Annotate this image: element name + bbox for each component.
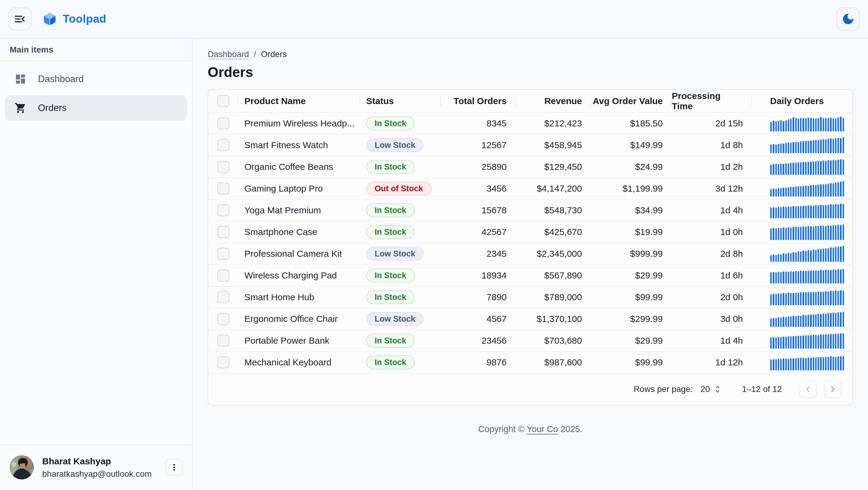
row-checkbox[interactable] bbox=[217, 204, 229, 217]
row-checkbox[interactable] bbox=[217, 117, 229, 129]
previous-page-button[interactable] bbox=[799, 380, 817, 398]
sparkline-bar bbox=[827, 205, 829, 219]
row-checkbox[interactable] bbox=[217, 248, 229, 260]
row-checkbox[interactable] bbox=[217, 269, 229, 282]
sparkline-bar bbox=[837, 204, 839, 219]
sparkline-bar bbox=[842, 246, 844, 262]
sparkline-bar bbox=[842, 268, 844, 284]
product-name-text: Smart Home Hub bbox=[244, 292, 314, 302]
product-name-cell: Premium Wireless Headp... bbox=[239, 113, 360, 134]
sidebar-item-label: Orders bbox=[38, 103, 67, 113]
row-checkbox[interactable] bbox=[217, 335, 229, 347]
sparkline-bar bbox=[798, 251, 799, 262]
product-name-text: Yoga Mat Premium bbox=[244, 205, 321, 215]
column-header-revenue[interactable]: Revenue bbox=[516, 90, 591, 112]
sparkline-bar bbox=[770, 122, 772, 132]
row-checkbox[interactable] bbox=[217, 313, 229, 325]
column-header-product-name[interactable]: Product Name bbox=[239, 90, 360, 112]
revenue-cell: $212,423 bbox=[516, 113, 591, 134]
sparkline-bar bbox=[770, 189, 772, 197]
breadcrumb-dashboard-link[interactable]: Dashboard bbox=[208, 50, 249, 59]
sparkline-bar bbox=[837, 334, 839, 349]
theme-toggle-button[interactable] bbox=[837, 7, 860, 30]
column-header-total-orders[interactable]: Total Orders bbox=[441, 90, 516, 112]
sidebar-nav: Dashboard Orders bbox=[0, 62, 192, 121]
sparkline-bar bbox=[775, 144, 777, 153]
sparkline-bar bbox=[772, 228, 774, 240]
sparkline-bar bbox=[820, 205, 822, 219]
avg-order-value-cell: $299.99 bbox=[591, 308, 672, 329]
sparkline-bar bbox=[830, 117, 832, 132]
sparkline-bar bbox=[817, 161, 819, 175]
status-badge: In Stock bbox=[366, 116, 415, 131]
sparkline-bar bbox=[782, 164, 784, 175]
sparkline-bar bbox=[840, 225, 841, 240]
sparkline-bar bbox=[835, 313, 837, 327]
sparkline-bar bbox=[827, 118, 829, 132]
company-link[interactable]: Your Co bbox=[527, 424, 558, 434]
status-cell: In Stock bbox=[360, 287, 441, 308]
sidebar-section-header: Main items bbox=[0, 39, 192, 62]
sparkline-bar bbox=[825, 184, 827, 197]
sparkline-bar bbox=[778, 359, 779, 371]
sparkline-bar bbox=[820, 334, 822, 349]
row-checkbox[interactable] bbox=[217, 226, 229, 238]
row-checkbox[interactable] bbox=[217, 139, 229, 151]
brand[interactable]: Toolpad bbox=[43, 12, 106, 26]
sparkline-bar bbox=[810, 118, 812, 132]
sparkline-bar bbox=[807, 357, 809, 371]
row-checkbox[interactable] bbox=[217, 182, 229, 195]
sparkline-bar bbox=[840, 290, 841, 305]
next-page-button[interactable] bbox=[824, 380, 841, 398]
sparkline-bar bbox=[837, 117, 839, 132]
daily-orders-cell bbox=[752, 330, 852, 351]
sidebar-item-dashboard[interactable]: Dashboard bbox=[5, 66, 187, 92]
sparkline-bar bbox=[823, 334, 824, 349]
sparkline-bar bbox=[812, 357, 814, 371]
sparkline-bar bbox=[840, 356, 841, 371]
product-name-cell: Ergonomic Office Chair bbox=[239, 308, 360, 329]
status-badge: In Stock bbox=[366, 160, 415, 174]
rows-per-page-select[interactable]: 20 bbox=[701, 384, 722, 394]
sparkline-bar bbox=[837, 182, 839, 197]
table-row: Portable Power BankIn Stock23456$703,680… bbox=[208, 330, 852, 352]
daily-orders-sparkline bbox=[770, 311, 844, 327]
column-header-avg-order-value[interactable]: Avg Order Value bbox=[591, 90, 672, 112]
column-header-processing-time[interactable]: Processing Time bbox=[672, 90, 752, 112]
select-all-checkbox[interactable] bbox=[217, 95, 229, 107]
sidebar-item-orders[interactable]: Orders bbox=[5, 95, 187, 121]
sparkline-bar bbox=[812, 140, 814, 153]
sparkline-bar bbox=[782, 121, 784, 132]
sparkline-bar bbox=[778, 254, 779, 262]
row-checkbox[interactable] bbox=[217, 356, 229, 368]
row-checkbox[interactable] bbox=[217, 291, 229, 303]
sparkline-bar bbox=[787, 253, 789, 262]
sparkline-bar bbox=[790, 187, 792, 197]
sparkline-bar bbox=[825, 226, 827, 240]
chevron-left-icon bbox=[803, 384, 813, 394]
sparkline-bar bbox=[810, 357, 812, 371]
revenue-cell: $703,680 bbox=[516, 330, 591, 351]
sparkline-bar bbox=[837, 225, 839, 240]
sparkline-bar bbox=[802, 205, 804, 219]
collapse-menu-button[interactable] bbox=[8, 7, 31, 30]
sparkline-bar bbox=[780, 207, 782, 219]
status-badge: In Stock bbox=[366, 203, 415, 217]
daily-orders-sparkline bbox=[770, 137, 844, 153]
sparkline-bar bbox=[823, 118, 824, 132]
sparkline-bar bbox=[775, 121, 777, 132]
column-header-daily-orders[interactable]: Daily Orders bbox=[752, 90, 852, 112]
revenue-cell: $2,345,000 bbox=[516, 243, 591, 264]
daily-orders-sparkline bbox=[770, 180, 844, 197]
row-checkbox[interactable] bbox=[217, 161, 229, 173]
column-header-status[interactable]: Status bbox=[360, 90, 441, 112]
product-name-cell: Portable Power Bank bbox=[239, 330, 360, 351]
sparkline-bar bbox=[812, 270, 814, 284]
status-badge: Low Stock bbox=[366, 312, 424, 326]
sparkline-bar bbox=[815, 161, 817, 175]
row-select-cell bbox=[208, 352, 239, 373]
user-menu-button[interactable] bbox=[165, 459, 183, 476]
sparkline-bar bbox=[812, 226, 814, 240]
product-name-cell: Smartphone Case bbox=[239, 222, 360, 242]
sparkline-bar bbox=[798, 162, 799, 175]
